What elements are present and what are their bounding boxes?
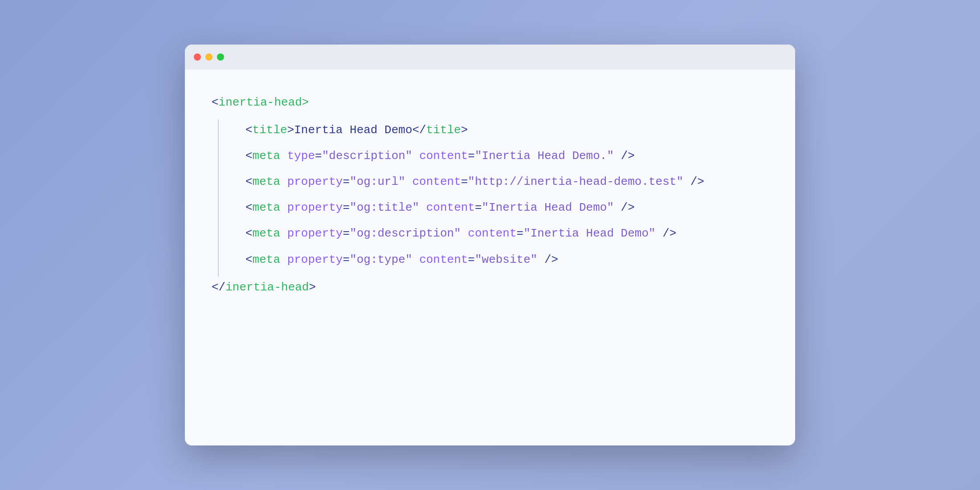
maximize-button[interactable] <box>217 53 224 61</box>
minimize-button[interactable] <box>205 53 212 61</box>
close-tag-line: </inertia-head> <box>212 277 768 298</box>
title-line: <title>Inertia Head Demo</title> <box>245 119 768 141</box>
browser-content: <inertia-head> <title>Inertia Head Demo<… <box>185 69 795 445</box>
titlebar <box>185 45 795 69</box>
open-bracket: < <box>212 92 219 113</box>
meta-og-type-line: <meta property="og:type" content="websit… <box>245 249 768 270</box>
browser-window: <inertia-head> <title>Inertia Head Demo<… <box>185 45 795 445</box>
code-block: <inertia-head> <title>Inertia Head Demo<… <box>212 92 768 298</box>
meta-og-description-line: <meta property="og:description" content=… <box>245 223 768 244</box>
close-button[interactable] <box>194 53 201 61</box>
desktop-background: <inertia-head> <title>Inertia Head Demo<… <box>0 0 980 490</box>
meta-description-line: <meta type="description" content="Inerti… <box>245 145 768 167</box>
title-content: Inertia Head Demo <box>294 119 412 141</box>
open-tag-name: inertia-head> <box>219 92 309 113</box>
meta-og-url-line: <meta property="og:url" content="http://… <box>245 171 768 192</box>
open-tag-line: <inertia-head> <box>212 92 768 113</box>
meta-og-title-line: <meta property="og:title" content="Inert… <box>245 197 768 218</box>
